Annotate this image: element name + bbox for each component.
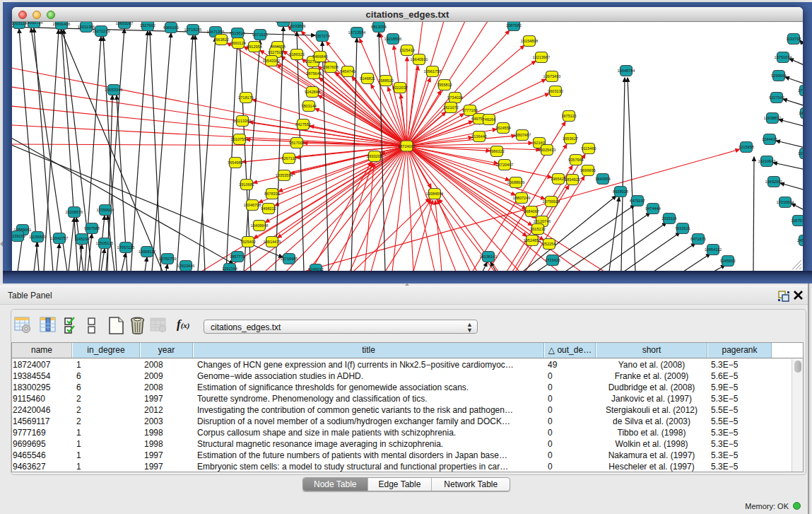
svg-text:14914479: 14914479 bbox=[264, 240, 281, 244]
svg-text:7663822: 7663822 bbox=[213, 37, 229, 42]
svg-text:1640954: 1640954 bbox=[595, 177, 611, 181]
svg-text:9857771: 9857771 bbox=[230, 255, 245, 259]
svg-text:7803144: 7803144 bbox=[301, 104, 317, 108]
svg-text:8912954: 8912954 bbox=[247, 45, 262, 49]
svg-text:14136141: 14136141 bbox=[480, 255, 498, 259]
svg-text:9245652: 9245652 bbox=[720, 259, 736, 263]
svg-text:13353594: 13353594 bbox=[276, 173, 293, 177]
svg-text:9299664: 9299664 bbox=[771, 74, 787, 78]
svg-text:3267110: 3267110 bbox=[281, 156, 296, 160]
svg-text:8471676: 8471676 bbox=[690, 237, 706, 241]
svg-text:5466846: 5466846 bbox=[312, 54, 328, 59]
svg-text:1244415: 1244415 bbox=[762, 137, 777, 141]
svg-text:16648784: 16648784 bbox=[618, 69, 635, 73]
svg-text:19218506: 19218506 bbox=[384, 37, 402, 41]
svg-text:9498222: 9498222 bbox=[261, 206, 276, 211]
svg-text:10973493: 10973493 bbox=[543, 74, 561, 78]
svg-text:1588520: 1588520 bbox=[378, 78, 394, 83]
svg-text:8427552: 8427552 bbox=[295, 122, 311, 127]
svg-text:20206576: 20206576 bbox=[66, 210, 83, 214]
svg-text:17957225: 17957225 bbox=[117, 245, 135, 250]
svg-text:9327503: 9327503 bbox=[268, 50, 283, 54]
svg-text:2450122: 2450122 bbox=[797, 238, 803, 243]
svg-text:7625402: 7625402 bbox=[240, 240, 256, 244]
svg-text:12213369: 12213369 bbox=[234, 119, 252, 123]
svg-text:18807249: 18807249 bbox=[513, 196, 531, 200]
svg-text:252254: 252254 bbox=[543, 242, 556, 246]
svg-text:2193203: 2193203 bbox=[276, 22, 291, 23]
svg-text:1455208: 1455208 bbox=[799, 111, 803, 115]
svg-text:1215958: 1215958 bbox=[739, 145, 754, 149]
svg-text:9239159: 9239159 bbox=[12, 234, 25, 238]
svg-text:16640910: 16640910 bbox=[411, 57, 428, 62]
svg-text:15751074: 15751074 bbox=[775, 55, 792, 59]
svg-text:12938872: 12938872 bbox=[764, 116, 782, 120]
svg-text:17016504: 17016504 bbox=[777, 200, 794, 204]
svg-text:2718176: 2718176 bbox=[238, 95, 254, 100]
svg-text:7955812: 7955812 bbox=[437, 83, 452, 87]
svg-text:9660124: 9660124 bbox=[230, 41, 246, 45]
svg-text:2967608: 2967608 bbox=[323, 65, 339, 69]
svg-text:9357964: 9357964 bbox=[568, 158, 584, 162]
svg-text:14055724: 14055724 bbox=[25, 22, 43, 25]
svg-text:9699695: 9699695 bbox=[580, 168, 596, 173]
svg-text:8938928: 8938928 bbox=[613, 189, 628, 194]
svg-text:7357274: 7357274 bbox=[314, 34, 330, 38]
svg-text:2136443: 2136443 bbox=[471, 134, 487, 139]
svg-text:7515524: 7515524 bbox=[230, 31, 245, 35]
svg-text:6966160: 6966160 bbox=[163, 25, 179, 30]
svg-text:9397588: 9397588 bbox=[84, 226, 100, 230]
svg-text:2087682: 2087682 bbox=[506, 23, 522, 28]
svg-text:15720407: 15720407 bbox=[496, 163, 514, 167]
svg-text:8813054: 8813054 bbox=[371, 25, 387, 29]
svg-text:2935114: 2935114 bbox=[661, 216, 676, 221]
svg-text:19384554: 19384554 bbox=[426, 192, 444, 196]
svg-text:2930203: 2930203 bbox=[367, 154, 382, 158]
svg-text:9517006: 9517006 bbox=[289, 141, 305, 145]
svg-text:8186323: 8186323 bbox=[289, 52, 305, 57]
svg-text:9227342: 9227342 bbox=[769, 95, 784, 100]
svg-text:16713554: 16713554 bbox=[348, 30, 366, 35]
svg-text:9684067: 9684067 bbox=[524, 209, 539, 214]
svg-text:1733426: 1733426 bbox=[545, 258, 560, 262]
svg-text:1621072: 1621072 bbox=[443, 105, 459, 110]
svg-text:17359924: 17359924 bbox=[97, 208, 114, 212]
svg-text:1910682: 1910682 bbox=[239, 182, 254, 187]
svg-text:10756924: 10756924 bbox=[543, 199, 560, 204]
svg-text:9734024: 9734024 bbox=[447, 95, 463, 100]
svg-text:10961758: 10961758 bbox=[424, 69, 442, 74]
svg-text:1132708: 1132708 bbox=[786, 37, 801, 41]
svg-text:15692991: 15692991 bbox=[765, 180, 783, 184]
svg-text:12942757: 12942757 bbox=[51, 236, 69, 240]
svg-text:9777169: 9777169 bbox=[462, 108, 478, 112]
svg-text:1325419: 1325419 bbox=[399, 48, 415, 52]
svg-text:3624554: 3624554 bbox=[495, 126, 511, 130]
svg-text:16033809: 16033809 bbox=[288, 24, 306, 28]
svg-text:10688609: 10688609 bbox=[507, 180, 525, 185]
svg-text:1653627: 1653627 bbox=[563, 136, 578, 141]
svg-text:2774105: 2774105 bbox=[798, 88, 803, 93]
svg-text:9242848: 9242848 bbox=[305, 90, 320, 94]
svg-text:18724007: 18724007 bbox=[398, 144, 416, 148]
svg-text:10782759: 10782759 bbox=[159, 257, 177, 261]
svg-text:8454749: 8454749 bbox=[340, 69, 355, 74]
svg-text:19524851: 19524851 bbox=[524, 238, 541, 243]
svg-text:7986322: 7986322 bbox=[489, 149, 505, 153]
svg-text:12213967: 12213967 bbox=[533, 55, 551, 59]
svg-text:16272219: 16272219 bbox=[93, 29, 110, 33]
svg-text:8322037: 8322037 bbox=[392, 86, 408, 90]
svg-text:6479197: 6479197 bbox=[630, 199, 645, 203]
svg-text:16210643: 16210643 bbox=[758, 159, 776, 163]
svg-text:7632621: 7632621 bbox=[675, 226, 690, 230]
svg-text:12505135: 12505135 bbox=[96, 241, 114, 245]
svg-text:16120746: 16120746 bbox=[534, 219, 551, 223]
svg-text:16543382: 16543382 bbox=[263, 59, 281, 63]
svg-text:16409948: 16409948 bbox=[251, 223, 269, 228]
svg-text:1034592: 1034592 bbox=[798, 151, 803, 156]
svg-text:16154808: 16154808 bbox=[521, 39, 539, 43]
svg-text:12923446: 12923446 bbox=[177, 264, 195, 268]
svg-text:1675115: 1675115 bbox=[561, 114, 576, 118]
svg-text:10958117: 10958117 bbox=[139, 250, 155, 254]
svg-text:15716485: 15716485 bbox=[281, 257, 298, 261]
svg-text:3875645: 3875645 bbox=[306, 71, 322, 76]
